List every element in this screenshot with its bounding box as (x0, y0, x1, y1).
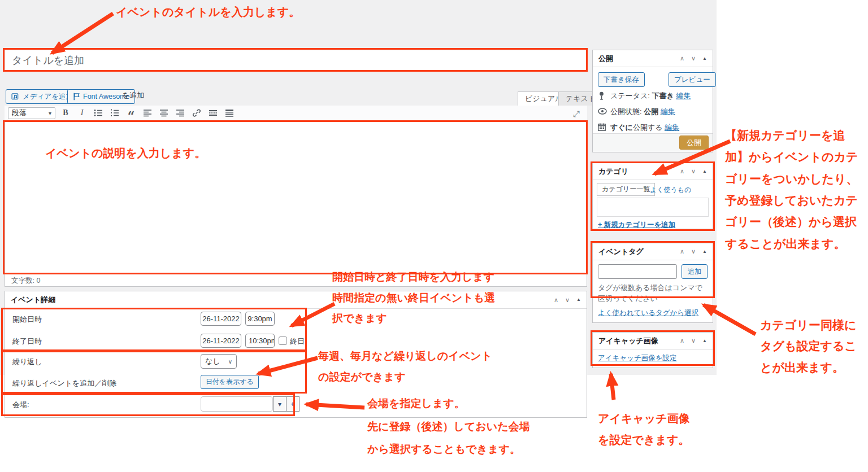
bold-icon[interactable]: B (59, 107, 72, 119)
fullscreen-icon[interactable]: ⤢ (573, 109, 580, 119)
editor-toolbar: 段落 ▾ B I “ (5, 106, 587, 121)
schedule-edit-link[interactable]: 編集 (665, 123, 679, 132)
publish-button[interactable]: 公開 (679, 136, 709, 150)
visibility-label: 公開状態: (610, 107, 642, 116)
venue-dropdown-button[interactable]: ▾ (273, 396, 287, 412)
venue-add-button[interactable]: + (286, 396, 300, 412)
move-down-icon[interactable]: ∨ (691, 338, 696, 344)
venue-label: 会場: (12, 400, 29, 410)
align-left-icon[interactable] (141, 107, 154, 119)
tab-popular-categories[interactable]: よく使うもの (650, 185, 691, 195)
end-date-input[interactable]: 26-11-2022 (201, 334, 241, 348)
publish-panel-title: 公開 (598, 54, 613, 64)
collapse-toggle-icon[interactable]: ▲ (576, 298, 581, 302)
start-time-input[interactable]: 9:30pm (245, 312, 275, 326)
move-up-icon[interactable]: ∧ (680, 168, 684, 174)
bullet-list-icon[interactable] (92, 107, 105, 119)
media-icon (11, 93, 20, 101)
collapse-toggle-icon[interactable]: ▲ (702, 339, 707, 343)
read-more-tag-icon[interactable] (207, 107, 219, 119)
recurrence-value: なし (205, 356, 220, 366)
arrow-featured (611, 374, 614, 400)
note-title: イベントのタイトルを入力します。 (116, 5, 300, 20)
align-center-icon[interactable] (158, 107, 170, 119)
collapse-toggle-icon[interactable]: ▲ (702, 250, 707, 254)
toolbar-toggle-icon[interactable] (223, 107, 236, 119)
start-date-input[interactable]: 26-11-2022 (201, 312, 241, 326)
link-icon[interactable] (190, 107, 203, 119)
paragraph-select-label: 段落 (12, 108, 27, 118)
recurrence-label: 繰り返し (12, 357, 42, 367)
chevron-down-icon: ▾ (49, 110, 51, 116)
tag-input[interactable] (598, 264, 677, 279)
editor-content-area[interactable] (5, 106, 587, 287)
end-datetime-label: 終了日時 (12, 336, 42, 347)
move-down-icon[interactable]: ∨ (691, 248, 696, 255)
pin-icon (598, 91, 605, 100)
category-list-box[interactable] (597, 198, 709, 217)
note-venue: 会場を指定します。 先に登録（後述）しておいた会場 から選択することもできます。 (367, 396, 530, 457)
collapse-toggle-icon[interactable]: ▲ (702, 56, 707, 61)
move-up-icon[interactable]: ∧ (680, 248, 684, 255)
recurrence-select[interactable]: なし ∨ (201, 354, 237, 369)
numbered-list-icon[interactable] (108, 107, 121, 119)
move-down-icon[interactable]: ∨ (565, 297, 570, 303)
chevron-down-icon: ∨ (228, 359, 232, 365)
visibility-value: 公開 (644, 107, 658, 116)
move-down-icon[interactable]: ∨ (691, 168, 696, 174)
note-featured: アイキャッチ画像 を設定できます。 (598, 411, 690, 448)
note-description: イベントの説明を入力します。 (45, 146, 206, 161)
paragraph-style-select[interactable]: 段落 ▾ (8, 107, 55, 119)
start-datetime-label: 開始日時 (12, 314, 42, 325)
note-datetime: 開始日時と終了日時を入力します 時間指定の無い終日イベントも選 択できます (332, 270, 495, 326)
choose-from-tags-link[interactable]: よく使われているタグから選択 (598, 308, 698, 318)
move-up-icon[interactable]: ∧ (554, 297, 558, 303)
preview-button[interactable]: プレビュー (669, 72, 716, 87)
featured-image-panel-title: アイキャッチ画像 (598, 336, 658, 346)
event-tag-panel-title: イベントタグ (598, 247, 644, 257)
all-day-label: 終日 (290, 336, 305, 347)
category-panel: カテゴリ ∧ ∨ ▲ (592, 163, 713, 229)
recurrence-add-label: 繰り返しイベントを追加／削除 (12, 378, 116, 388)
end-time-input[interactable]: 10:30pm (245, 334, 275, 348)
note-category: 【新規カテゴリーを追 加】からイベントのカテ ゴリーをついかしたり、 予め登録し… (725, 128, 858, 252)
move-up-icon[interactable]: ∧ (680, 338, 684, 344)
flag-icon (73, 93, 80, 100)
tab-all-categories[interactable]: カテゴリー一覧 (597, 183, 655, 196)
align-right-icon[interactable] (174, 107, 186, 119)
italic-icon[interactable]: I (76, 107, 88, 119)
tag-hint-text: タグが複数ある場合はコンマで区切ってください (598, 282, 710, 304)
set-featured-image-link[interactable]: アイキャッチ画像を設定 (598, 353, 677, 363)
schedule-label: 公開する (633, 123, 663, 132)
status-row: ステータス: 下書き 編集 (598, 91, 691, 101)
move-up-icon[interactable]: ∧ (680, 55, 684, 62)
move-down-icon[interactable]: ∨ (691, 55, 696, 62)
visibility-edit-link[interactable]: 編集 (661, 107, 675, 116)
show-dates-button[interactable]: 日付を表示する (201, 375, 259, 389)
calendar-icon (598, 123, 606, 131)
event-title-input[interactable]: タイトルを追加 (5, 50, 587, 71)
save-draft-button[interactable]: 下書き保存 (598, 72, 645, 87)
status-edit-link[interactable]: 編集 (676, 91, 691, 100)
note-recurrence: 毎週、毎月など繰り返しのイベント の設定ができます (318, 349, 492, 384)
venue-input[interactable] (201, 396, 273, 412)
blockquote-icon[interactable]: “ (125, 107, 137, 119)
add-media-label: メディアを追加 (23, 92, 73, 102)
collapse-toggle-icon[interactable]: ▲ (702, 169, 707, 174)
screenshot-canvas: タイトルを追加 メディアを追加 Font Awesome を追加 ビジュアル テ… (0, 0, 868, 472)
all-day-checkbox[interactable] (279, 336, 287, 345)
shortcode-suffix-label: を追加 (122, 90, 144, 100)
add-tag-button[interactable]: 追加 (682, 264, 708, 279)
note-tags: カテゴリー同様に タグも設定するこ とが出来ます。 (760, 317, 857, 375)
category-panel-title: カテゴリ (598, 167, 628, 177)
schedule-label-bold: すぐに (610, 123, 633, 132)
status-label: ステータス: (610, 91, 650, 100)
visibility-row: 公開状態: 公開 編集 (598, 107, 675, 117)
status-value: 下書き (652, 91, 674, 100)
eye-icon (598, 108, 607, 115)
char-count: 文字数: 0 (11, 276, 40, 286)
add-new-category-link[interactable]: + 新規カテゴリーを追加 (598, 220, 675, 230)
schedule-row: すぐに公開する 編集 (598, 123, 679, 133)
event-details-title: イベント詳細 (11, 295, 55, 305)
